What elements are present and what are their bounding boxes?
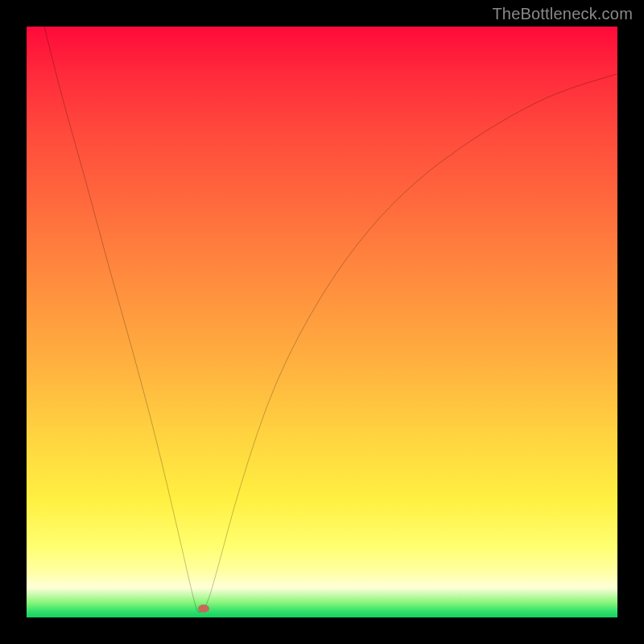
watermark-text: TheBottleneck.com [492, 5, 633, 23]
bottleneck-curve [27, 27, 617, 617]
chart-frame: TheBottleneck.com [0, 0, 644, 644]
curve-path [44, 27, 617, 613]
optimum-marker [198, 605, 209, 613]
plot-area [27, 27, 617, 617]
